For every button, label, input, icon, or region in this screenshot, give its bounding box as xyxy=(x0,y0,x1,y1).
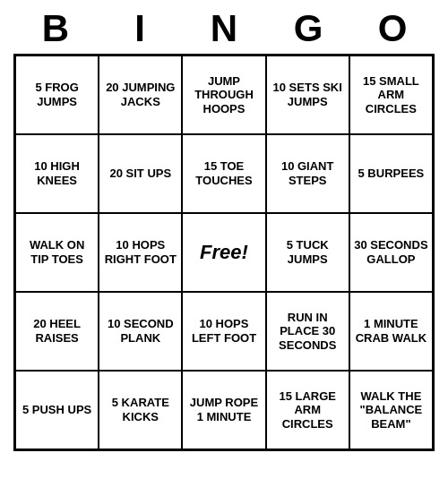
bingo-cell-18[interactable]: RUN IN PLACE 30 SECONDS xyxy=(266,292,349,371)
bingo-cell-21[interactable]: 5 KARATE KICKS xyxy=(99,371,182,449)
bingo-cell-12[interactable]: Free! xyxy=(182,213,265,292)
bingo-cell-17[interactable]: 10 HOPS LEFT FOOT xyxy=(182,292,265,371)
bingo-cell-5[interactable]: 10 HIGH KNEES xyxy=(15,134,99,213)
bingo-cell-3[interactable]: 10 SETS SKI JUMPS xyxy=(266,56,349,134)
bingo-cell-6[interactable]: 20 SIT UPS xyxy=(99,134,182,213)
bingo-cell-2[interactable]: JUMP THROUGH HOOPS xyxy=(182,56,265,134)
bingo-cell-15[interactable]: 20 HEEL RAISES xyxy=(15,292,99,371)
bingo-cell-0[interactable]: 5 FROG JUMPS xyxy=(15,56,99,134)
bingo-cell-16[interactable]: 10 SECOND PLANK xyxy=(99,292,182,371)
bingo-cell-4[interactable]: 15 SMALL ARM CIRCLES xyxy=(349,56,433,134)
bingo-grid: 5 FROG JUMPS20 JUMPING JACKSJUMP THROUGH… xyxy=(13,54,435,451)
bingo-cell-7[interactable]: 15 TOE TOUCHES xyxy=(182,134,265,213)
bingo-cell-13[interactable]: 5 TUCK JUMPS xyxy=(266,213,349,292)
bingo-cell-1[interactable]: 20 JUMPING JACKS xyxy=(99,56,182,134)
bingo-cell-14[interactable]: 30 SECONDS GALLOP xyxy=(349,213,433,292)
header-b: B xyxy=(16,7,95,50)
bingo-cell-10[interactable]: WALK ON TIP TOES xyxy=(15,213,99,292)
header-i: I xyxy=(100,7,179,50)
bingo-cell-8[interactable]: 10 GIANT STEPS xyxy=(266,134,349,213)
bingo-cell-22[interactable]: JUMP ROPE 1 MINUTE xyxy=(182,371,265,449)
header-g: G xyxy=(269,7,348,50)
bingo-cell-9[interactable]: 5 BURPEES xyxy=(349,134,433,213)
header-n: N xyxy=(185,7,263,50)
bingo-cell-23[interactable]: 15 LARGE ARM CIRCLES xyxy=(266,371,349,449)
header-o: O xyxy=(353,7,432,50)
bingo-header: B I N G O xyxy=(13,0,435,54)
bingo-cell-11[interactable]: 10 HOPS RIGHT FOOT xyxy=(99,213,182,292)
bingo-cell-24[interactable]: WALK THE "BALANCE BEAM" xyxy=(349,371,433,449)
bingo-cell-19[interactable]: 1 MINUTE CRAB WALK xyxy=(349,292,433,371)
bingo-cell-20[interactable]: 5 PUSH UPS xyxy=(15,371,99,449)
